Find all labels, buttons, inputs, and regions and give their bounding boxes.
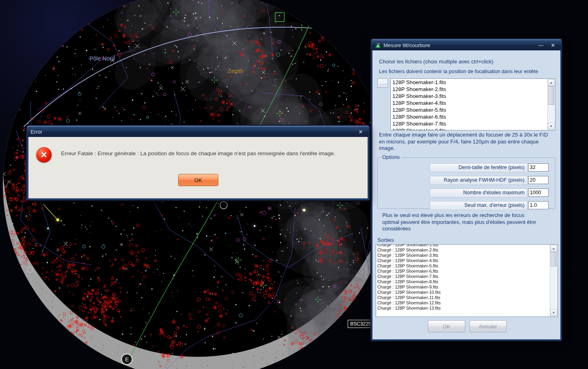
minimize-icon[interactable]: — bbox=[536, 42, 546, 48]
log-line: Chargé : 128P Shoemaker-1.fits bbox=[376, 244, 558, 247]
file-list-item[interactable]: 128P Shoemaker-6.fits bbox=[391, 113, 555, 120]
log-line: Chargé : 128P Shoemaker-8.fits bbox=[376, 279, 558, 284]
log-line: Chargé : 128P Shoemaker-7.fits bbox=[376, 274, 558, 279]
max-stars-label: Nombre d'étoiles maximum bbox=[430, 189, 527, 198]
max-stars-input[interactable] bbox=[528, 189, 549, 197]
browse-files-button[interactable]: .... bbox=[377, 78, 388, 88]
error-title: Error bbox=[30, 129, 42, 135]
measure-dialog: Mesure tilt/courbure — ✕ Choisir les fic… bbox=[371, 39, 562, 341]
fwhm-radius-label: Rayon analyse FWHM-HDF (pixels) bbox=[430, 176, 527, 185]
scroll-down-icon[interactable]: ▼ bbox=[548, 123, 555, 130]
sorties-label: Sorties bbox=[377, 237, 394, 244]
file-list-item[interactable]: 128P Shoemaker-4.fits bbox=[391, 100, 555, 106]
scroll-up-icon[interactable]: ▲ bbox=[550, 245, 557, 252]
half-window-label: Demi-taille de fenêtre (pixels) bbox=[430, 163, 527, 172]
log-line: Chargé : 128P Shoemaker-12.fits bbox=[376, 300, 558, 306]
pole-nord-label: Pôle Nord bbox=[89, 55, 115, 62]
file-list-scrollbar[interactable]: ▲ ▼ bbox=[547, 79, 555, 130]
measure-ok-button[interactable]: OK bbox=[428, 320, 465, 332]
log-scrollbar[interactable]: ▲ ▼ bbox=[550, 245, 557, 316]
file-list-item[interactable]: 128P Shoemaker-1.fits bbox=[391, 79, 555, 86]
file-scroll-thumb[interactable] bbox=[548, 86, 554, 105]
measure-title: Mesure tilt/courbure bbox=[383, 42, 430, 48]
measure-cancel-button[interactable]: Annuler bbox=[469, 320, 507, 332]
log-line: Chargé : 128P Shoemaker-11.fits bbox=[376, 295, 558, 300]
measure-titlebar[interactable]: Mesure tilt/courbure — ✕ bbox=[372, 39, 561, 50]
desktop: Pôle Nord Zenith BSC3225 E Error ✕ ✕ Err… bbox=[0, 0, 588, 369]
file-list-item[interactable]: 128P Shoemaker-7.fits bbox=[391, 120, 555, 127]
east-cardinal-marker: E bbox=[121, 354, 133, 365]
options-group: Options Demi-taille de fenêtre (pixels) … bbox=[377, 154, 555, 209]
error-ok-button[interactable]: OK bbox=[178, 174, 218, 186]
log-line: Chargé : 128P Shoemaker-2.fits bbox=[376, 247, 558, 253]
options-group-label: Options bbox=[381, 154, 401, 160]
choose-files-label: Choisir les fichiers (choix multiple ave… bbox=[379, 59, 493, 65]
output-log-listbox[interactable]: Chargé : 128P Shoemaker-1.fitsChargé : 1… bbox=[376, 244, 558, 317]
max-error-label: Seuil max. d'erreur (pixels) bbox=[430, 201, 527, 210]
log-line: Chargé : 128P Shoemaker-5.fits bbox=[376, 263, 558, 269]
max-error-input[interactable] bbox=[528, 201, 549, 209]
file-list-item[interactable]: 128P Shoemaker-3.fits bbox=[391, 93, 555, 100]
focuser-step-note: Entre chaque image faire un déplacement … bbox=[379, 132, 553, 152]
log-line: Chargé : 128P Shoemaker-10.fits bbox=[376, 290, 558, 295]
error-dialog: Error ✕ ✕ Erreur Fatale : Erreur général… bbox=[26, 125, 370, 200]
file-listbox[interactable]: 128P Shoemaker-1.fits128P Shoemaker-2.fi… bbox=[390, 78, 555, 130]
error-cross-icon: ✕ bbox=[36, 147, 52, 163]
file-list-item[interactable]: 128P Shoemaker-2.fits bbox=[391, 86, 555, 93]
half-window-input[interactable] bbox=[528, 163, 549, 171]
file-list-item[interactable]: 128P Shoemaker-8.fits bbox=[391, 127, 555, 130]
log-line: Chargé : 128P Shoemaker-13.fits bbox=[376, 306, 558, 311]
app-icon bbox=[375, 42, 381, 48]
measure-close-icon[interactable]: ✕ bbox=[548, 42, 558, 48]
fwhm-radius-input[interactable] bbox=[528, 176, 549, 184]
error-close-icon[interactable]: ✕ bbox=[356, 129, 366, 135]
threshold-note: Plus le seuil est élevé plus les erreurs… bbox=[382, 212, 542, 232]
scroll-down-icon[interactable]: ▼ bbox=[550, 309, 557, 316]
measure-dialog-body: Choisir les fichiers (choix multiple ave… bbox=[372, 50, 560, 339]
zenith-label: Zenith bbox=[228, 68, 244, 74]
log-line: Chargé : 128P Shoemaker-6.fits bbox=[376, 269, 558, 274]
bsc-object-tag: BSC3225 bbox=[348, 320, 373, 328]
log-line: Chargé : 128P Shoemaker-4.fits bbox=[376, 258, 558, 263]
error-dialog-body: ✕ Erreur Fatale : Erreur générale : La p… bbox=[28, 137, 368, 198]
error-message: Erreur Fatale : Erreur générale : La pos… bbox=[61, 150, 361, 156]
files-requirement-label: Les fichiers doivent contenir la positio… bbox=[379, 68, 538, 75]
file-list-item[interactable]: 128P Shoemaker-5.fits bbox=[391, 106, 555, 113]
error-titlebar[interactable]: Error ✕ bbox=[27, 126, 369, 137]
log-line: Chargé : 128P Shoemaker-9.fits bbox=[376, 284, 558, 290]
log-line: Chargé : 128P Shoemaker-3.fits bbox=[376, 253, 558, 258]
log-scroll-thumb[interactable] bbox=[551, 252, 557, 267]
scroll-up-icon[interactable]: ▲ bbox=[548, 79, 555, 86]
